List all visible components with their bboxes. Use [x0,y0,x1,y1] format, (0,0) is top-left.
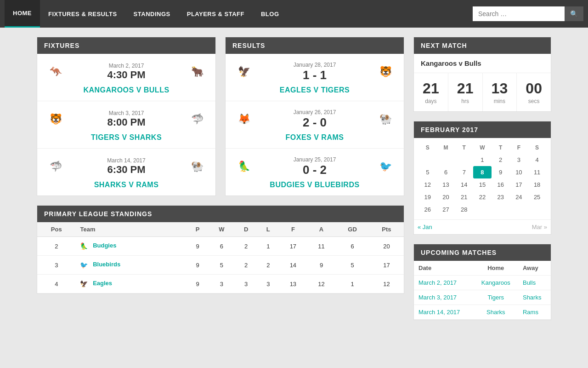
calendar-day[interactable]: 24 [510,191,528,203]
upcoming-date[interactable]: March 14, 2017 [414,305,474,320]
fixture-time: 4:30 PM [67,69,186,81]
cell-w: 6 [209,237,235,256]
calendar-table: S M T W T F S 12345678910111213141516171… [418,142,546,216]
team-link[interactable]: Bluebirds [93,261,120,268]
search-input[interactable] [473,6,565,21]
search-area: 🔍 [473,6,583,21]
calendar-day[interactable]: 4 [528,154,546,166]
calendar-day[interactable]: 14 [455,178,473,191]
away-logo: 🐏 [186,155,209,178]
nav-players[interactable]: PLAYERS & STAFF [179,0,253,28]
cell-p: 9 [187,256,209,275]
fixtures-header: FIXTURES [37,37,215,54]
calendar-day[interactable]: 21 [455,191,473,203]
fixture-time: 6:30 PM [67,164,186,176]
fixtures-results-row: FIXTURES 🦘 March 2, 2017 4:30 PM 🐂 KANGA… [37,37,404,196]
navbar: HOME FIXTURES & RESULTS STANDINGS PLAYER… [0,0,588,28]
upcoming-home-link[interactable]: Sharks [486,309,505,316]
calendar-day[interactable]: 11 [528,166,546,178]
upcoming-home[interactable]: Tigers [474,290,518,305]
calendar-day[interactable]: 26 [418,203,437,216]
cal-prev-btn[interactable]: « Jan [414,220,482,234]
calendar-day[interactable]: 5 [418,166,437,178]
calendar-day[interactable]: 1 [473,154,492,166]
fixture-time-block: March 14, 2017 6:30 PM [67,157,186,176]
away-logo: 🐏 [374,108,397,131]
result-score: 2 - 0 [255,115,374,130]
away-logo: 🐦 [374,155,397,178]
calendar-day[interactable]: 6 [437,166,455,178]
nav-home[interactable]: HOME [5,0,40,28]
calendar-day[interactable]: 23 [492,191,510,203]
standings-table: Pos Team P W D L F A GD Pts 2 🦜 [37,222,404,293]
upcoming-row: March 3, 2017 Tigers Sharks [414,290,551,305]
home-logo: 🦈 [44,155,67,178]
calendar-day[interactable]: 9 [492,166,510,178]
col-team: Team [76,222,187,237]
calendar-day[interactable]: 3 [510,154,528,166]
upcoming-away[interactable]: Sharks [518,290,551,305]
calendar-day[interactable]: 28 [455,203,473,216]
calendar-day [455,154,473,166]
fixtures-box: FIXTURES 🦘 March 2, 2017 4:30 PM 🐂 KANGA… [37,37,216,196]
cell-team: 🐦 Bluebirds [76,256,187,275]
calendar-day[interactable]: 16 [492,178,510,191]
fixture-title: SHARKS V RAMS [94,181,159,189]
countdown-days-num: 21 [416,80,446,97]
fixture-teams-row: 🐯 March 3, 2017 8:00 PM 🦈 [44,108,209,131]
calendar-day[interactable]: 10 [510,166,528,178]
calendar-day[interactable]: 27 [437,203,455,216]
search-button[interactable]: 🔍 [565,6,583,21]
upcoming-away-link[interactable]: Sharks [523,294,541,301]
result-date: January 28, 2017 [255,62,374,68]
cal-day-s2: S [528,142,546,154]
result-title: BUDGIES V BLUEBIRDS [270,181,359,189]
col-p: P [187,222,209,237]
upcoming-away-link[interactable]: Bulls [523,279,536,286]
upcoming-away[interactable]: Bulls [518,276,551,290]
calendar-day[interactable]: 12 [418,178,437,191]
calendar-day[interactable]: 22 [473,191,492,203]
upcoming-home[interactable]: Kangaroos [474,276,518,290]
calendar-day[interactable]: 19 [418,191,437,203]
calendar-day[interactable]: 7 [455,166,473,178]
upcoming-home-link[interactable]: Kangaroos [481,279,510,286]
nav-blog[interactable]: BLOG [253,0,288,28]
cell-a: 12 [307,275,336,293]
team-logo: 🦅 [79,278,90,289]
cell-d: 2 [235,237,258,256]
upcoming-away-link[interactable]: Rams [523,309,538,316]
results-header: RESULTS [226,37,404,54]
upcoming-date-link[interactable]: March 14, 2017 [418,309,460,316]
result-score: 0 - 2 [255,163,374,177]
next-match-box: NEXT MATCH Kangaroos v Bulls 21 days 21 … [413,37,551,112]
home-logo: 🦘 [44,60,67,83]
calendar-day[interactable]: 20 [437,191,455,203]
cell-p: 9 [187,275,209,293]
upcoming-date-link[interactable]: March 2, 2017 [418,279,457,286]
calendar-day[interactable]: 18 [528,178,546,191]
calendar-day[interactable]: 15 [473,178,492,191]
upcoming-away[interactable]: Rams [518,305,551,320]
cell-team: 🦅 Eagles [76,275,187,293]
team-link[interactable]: Eagles [93,280,112,287]
upcoming-date[interactable]: March 3, 2017 [414,290,474,305]
main-column: FIXTURES 🦘 March 2, 2017 4:30 PM 🐂 KANGA… [37,37,404,320]
team-link[interactable]: Budgies [93,242,116,249]
calendar-nav: « Jan Mar » [414,219,551,234]
nav-standings[interactable]: STANDINGS [125,0,179,28]
calendar-day[interactable]: 2 [492,154,510,166]
calendar-day[interactable]: 25 [528,191,546,203]
upcoming-date[interactable]: March 2, 2017 [414,276,474,290]
upcoming-date-link[interactable]: March 3, 2017 [418,294,457,301]
calendar-day [492,203,510,216]
page-container: FIXTURES 🦘 March 2, 2017 4:30 PM 🐂 KANGA… [32,28,556,329]
nav-fixtures[interactable]: FIXTURES & RESULTS [40,0,125,28]
calendar-day[interactable]: 13 [437,178,455,191]
calendar-day[interactable]: 8 [473,166,492,178]
upcoming-home-link[interactable]: Tigers [487,294,504,301]
upcoming-home[interactable]: Sharks [474,305,518,320]
calendar-day[interactable]: 17 [510,178,528,191]
cell-gd: 5 [335,256,369,275]
cal-next-btn[interactable]: Mar » [482,220,551,234]
